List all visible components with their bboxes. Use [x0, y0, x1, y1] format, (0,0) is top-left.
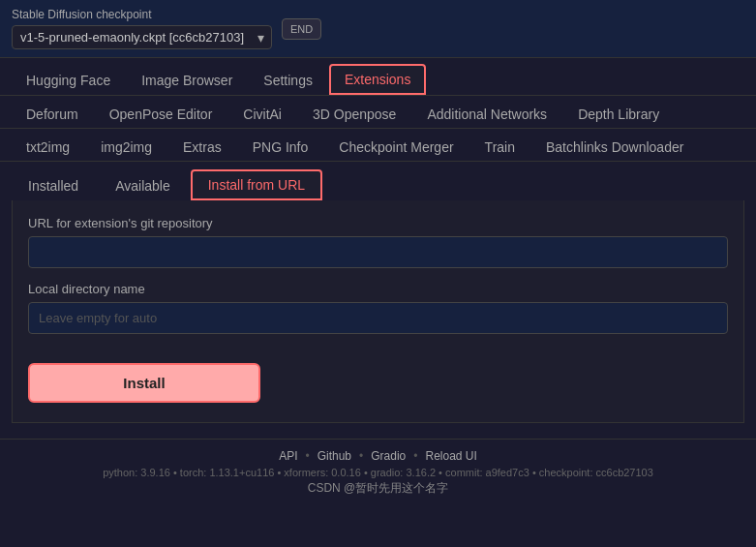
checkpoint-label: Stable Diffusion checkpoint [12, 8, 272, 21]
nav-row-1: Hugging Face Image Browser Settings Exte… [0, 58, 756, 95]
footer: API • Github • Gradio • Reload UI python… [0, 439, 756, 501]
footer-github-link[interactable]: Github [318, 449, 351, 463]
end-button[interactable]: END [282, 18, 321, 40]
footer-meta: python: 3.9.16 • torch: 1.13.1+cu116 • x… [0, 467, 756, 478]
tab-3d-openpose[interactable]: 3D Openpose [298, 100, 410, 128]
sub-tabs-row: Installed Available Install from URL [0, 161, 756, 200]
sub-tab-available[interactable]: Available [99, 171, 187, 199]
tab-openpose-editor[interactable]: OpenPose Editor [95, 100, 227, 128]
tab-depth-library[interactable]: Depth Library [563, 100, 674, 128]
footer-links: API • Github • Gradio • Reload UI [0, 449, 756, 463]
tab-batchlinks-downloader[interactable]: Batchlinks Downloader [531, 133, 698, 161]
tab-extensions[interactable]: Extensions [329, 64, 426, 95]
main-content: URL for extension's git repository Local… [12, 200, 744, 423]
tab-hugging-face[interactable]: Hugging Face [12, 66, 125, 94]
tab-txt2img[interactable]: txt2img [12, 133, 84, 161]
footer-gradio-link[interactable]: Gradio [371, 449, 406, 463]
footer-credit: CSDN @暂时先用这个名字 [0, 480, 756, 497]
install-button[interactable]: Install [28, 363, 260, 403]
checkpoint-select[interactable]: v1-5-pruned-emaonly.ckpt [cc6cb27103] [12, 25, 272, 49]
tab-image-browser[interactable]: Image Browser [127, 66, 247, 94]
tab-png-info[interactable]: PNG Info [238, 133, 323, 161]
tab-settings[interactable]: Settings [249, 66, 327, 94]
local-dir-input[interactable] [28, 302, 728, 334]
local-dir-label: Local directory name [28, 282, 728, 296]
nav-row-2: Deforum OpenPose Editor CivitAi 3D Openp… [0, 95, 756, 128]
url-input[interactable] [28, 236, 728, 268]
checkpoint-select-wrapper[interactable]: v1-5-pruned-emaonly.ckpt [cc6cb27103] [12, 25, 272, 49]
tab-extras[interactable]: Extras [168, 133, 236, 161]
footer-reload-ui-link[interactable]: Reload UI [425, 449, 476, 463]
tab-civitai[interactable]: CivitAi [228, 100, 296, 128]
top-bar: Stable Diffusion checkpoint v1-5-pruned-… [0, 0, 756, 58]
tab-train[interactable]: Train [470, 133, 529, 161]
footer-api-link[interactable]: API [279, 449, 297, 463]
tab-additional-networks[interactable]: Additional Networks [412, 100, 561, 128]
sub-tab-install-from-url[interactable]: Install from URL [191, 169, 322, 200]
url-field-label: URL for extension's git repository [28, 216, 728, 230]
tab-img2img[interactable]: img2img [86, 133, 166, 161]
sub-tab-installed[interactable]: Installed [12, 171, 95, 199]
tab-deforum[interactable]: Deforum [12, 100, 93, 128]
nav-row-3: txt2img img2img Extras PNG Info Checkpoi… [0, 128, 756, 161]
tab-checkpoint-merger[interactable]: Checkpoint Merger [324, 133, 468, 161]
